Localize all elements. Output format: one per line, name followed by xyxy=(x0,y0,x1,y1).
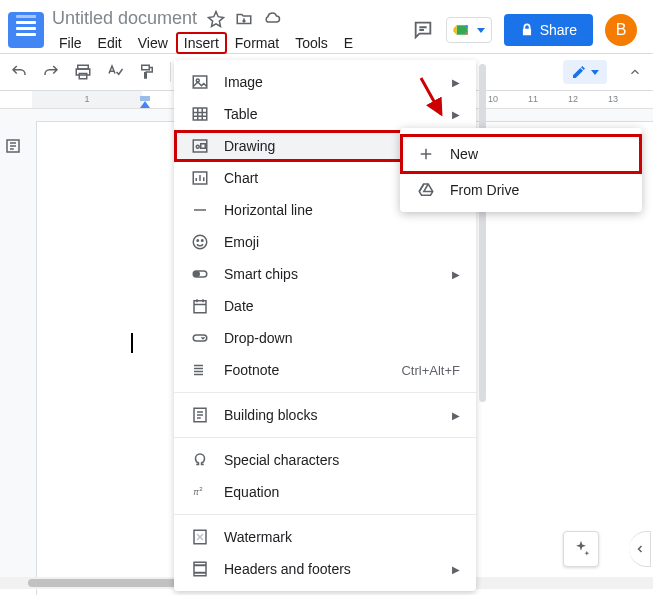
equation-icon: π2 xyxy=(190,482,210,502)
ruler-tick: 1 xyxy=(84,94,89,104)
drawing-from-drive[interactable]: From Drive xyxy=(400,174,642,206)
menu-item-label: Image xyxy=(224,74,263,90)
svg-point-13 xyxy=(202,240,204,242)
share-label: Share xyxy=(540,22,577,38)
menu-item-label: Date xyxy=(224,298,254,314)
caret-down-icon xyxy=(591,70,599,75)
insert-watermark[interactable]: Watermark xyxy=(174,521,476,553)
menu-item-label: Footnote xyxy=(224,362,279,378)
watermark-icon xyxy=(190,527,210,547)
submenu-arrow-icon: ▶ xyxy=(452,564,460,575)
submenu-arrow-icon: ▶ xyxy=(452,109,460,120)
chart-icon xyxy=(190,168,210,188)
menu-item-label: Building blocks xyxy=(224,407,317,423)
explore-button[interactable] xyxy=(563,531,599,567)
drive-icon xyxy=(416,180,436,200)
insert-building-blocks[interactable]: Building blocks▶ xyxy=(174,399,476,431)
hr-icon xyxy=(190,200,210,220)
title-and-menus: Untitled document File Edit View Insert … xyxy=(52,8,360,53)
headers-icon xyxy=(190,559,210,579)
insert-date[interactable]: Date xyxy=(174,290,476,322)
user-avatar[interactable]: B xyxy=(605,14,637,46)
lock-icon xyxy=(520,23,534,37)
svg-point-12 xyxy=(197,240,199,242)
text-cursor xyxy=(131,333,133,353)
svg-point-11 xyxy=(193,235,207,249)
meet-button[interactable] xyxy=(446,17,492,43)
print-button[interactable] xyxy=(72,61,94,83)
ruler-tick: 13 xyxy=(608,94,618,104)
insert-table[interactable]: Table▶ xyxy=(174,98,476,130)
image-icon xyxy=(190,72,210,92)
menu-item-label: Horizontal line xyxy=(224,202,313,218)
drawing-icon xyxy=(190,136,210,156)
menu-edit[interactable]: Edit xyxy=(91,33,129,53)
menu-item-label: New xyxy=(450,146,478,162)
menu-format[interactable]: Format xyxy=(228,33,286,53)
footnote-icon xyxy=(190,360,210,380)
menu-item-label: Table xyxy=(224,106,257,122)
insert-emoji[interactable]: Emoji xyxy=(174,226,476,258)
dropdown-icon xyxy=(190,328,210,348)
redo-button[interactable] xyxy=(40,61,62,83)
blocks-icon xyxy=(190,405,210,425)
menu-item-label: Equation xyxy=(224,484,279,500)
svg-rect-16 xyxy=(194,301,206,313)
drawing-submenu: NewFrom Drive xyxy=(400,128,642,212)
share-button[interactable]: Share xyxy=(504,14,593,46)
menu-item-label: Smart chips xyxy=(224,266,298,282)
star-icon[interactable] xyxy=(207,10,225,28)
caret-down-icon xyxy=(477,28,485,33)
ruler-tick: 12 xyxy=(568,94,578,104)
svg-text:2: 2 xyxy=(199,486,203,492)
chip-icon xyxy=(190,264,210,284)
emoji-icon xyxy=(190,232,210,252)
shortcut-label: Ctrl+Alt+F xyxy=(401,363,460,378)
menu-item-label: From Drive xyxy=(450,182,519,198)
menu-item-label: Headers and footers xyxy=(224,561,351,577)
move-icon[interactable] xyxy=(235,10,253,28)
docs-logo-icon[interactable] xyxy=(8,12,44,48)
pencil-icon xyxy=(571,64,587,80)
svg-rect-15 xyxy=(193,271,200,277)
insert-equation[interactable]: π2Equation xyxy=(174,476,476,508)
ruler-tick: 11 xyxy=(528,94,538,104)
spellcheck-button[interactable] xyxy=(104,61,126,83)
insert-drop-down[interactable]: Drop-down xyxy=(174,322,476,354)
insert-special-characters[interactable]: Special characters xyxy=(174,444,476,476)
menu-item-label: Drop-down xyxy=(224,330,292,346)
undo-button[interactable] xyxy=(8,61,30,83)
menu-insert[interactable]: Insert xyxy=(177,33,226,53)
plus-icon xyxy=(416,144,436,164)
paint-format-button[interactable] xyxy=(136,61,158,83)
cloud-status-icon[interactable] xyxy=(263,10,281,28)
drawing-new[interactable]: New xyxy=(400,134,642,174)
menu-file[interactable]: File xyxy=(52,33,89,53)
submenu-arrow-icon: ▶ xyxy=(452,410,460,421)
menu-item-label: Watermark xyxy=(224,529,292,545)
svg-rect-6 xyxy=(193,108,207,120)
menu-item-label: Drawing xyxy=(224,138,275,154)
menu-view[interactable]: View xyxy=(131,33,175,53)
collapse-toolbar-button[interactable] xyxy=(625,65,645,79)
document-title[interactable]: Untitled document xyxy=(52,8,197,29)
menu-extensions[interactable]: E xyxy=(337,33,360,53)
insert-headers-and-footers[interactable]: Headers and footers▶ xyxy=(174,553,476,585)
svg-rect-4 xyxy=(193,76,207,88)
date-icon xyxy=(190,296,210,316)
menu-item-label: Special characters xyxy=(224,452,339,468)
omega-icon xyxy=(190,450,210,470)
table-icon xyxy=(190,104,210,124)
editing-mode-button[interactable] xyxy=(563,60,607,84)
dropdown-scrollbar[interactable] xyxy=(479,64,486,402)
insert-smart-chips[interactable]: Smart chips▶ xyxy=(174,258,476,290)
indent-marker[interactable] xyxy=(140,101,150,108)
menu-tools[interactable]: Tools xyxy=(288,33,335,53)
insert-footnote[interactable]: FootnoteCtrl+Alt+F xyxy=(174,354,476,386)
app-header: Untitled document File Edit View Insert … xyxy=(0,0,653,53)
insert-image[interactable]: Image▶ xyxy=(174,66,476,98)
meet-icon xyxy=(453,22,473,38)
ruler-tick: 10 xyxy=(488,94,498,104)
comment-history-icon[interactable] xyxy=(412,19,434,41)
outline-toggle-icon[interactable] xyxy=(4,137,22,155)
